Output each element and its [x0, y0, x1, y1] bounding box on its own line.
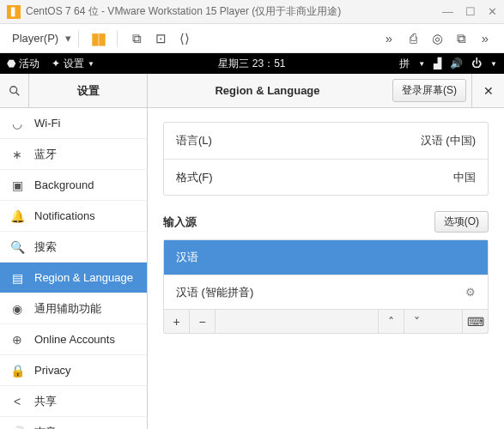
move-up-button[interactable]: ˄ [378, 310, 404, 333]
options-button[interactable]: 选项(O) [434, 211, 489, 233]
sidebar-item-label: 通用辅助功能 [34, 301, 101, 317]
remove-input-button[interactable]: − [190, 310, 216, 333]
sidebar-item-share[interactable]: < 共享 [0, 386, 147, 417]
svg-line-1 [15, 92, 19, 95]
tool-icon-2[interactable]: ⊡ [151, 29, 170, 48]
sidebar-item-search[interactable]: 🔍 搜索 [0, 232, 147, 263]
sidebar-item-label: Notifications [34, 209, 95, 222]
format-row[interactable]: 格式(F) 中国 [164, 159, 488, 195]
search-icon: 🔍 [10, 240, 24, 254]
sidebar-item-region-language[interactable]: ▤ Region & Language [0, 263, 147, 293]
vmware-logo-icon: ▋ [7, 5, 21, 19]
sidebar-item-online-accounts[interactable]: ⊕ Online Accounts [0, 324, 147, 355]
cloud-icon: ⊕ [10, 333, 24, 347]
input-source-label: 汉语 [176, 250, 198, 265]
sidebar-item-notifications[interactable]: 🔔 Notifications [0, 201, 147, 232]
sidebar-item-privacy[interactable]: 🔒 Privacy [0, 355, 147, 386]
search-button[interactable] [0, 74, 29, 107]
sidebar-item-background[interactable]: ▣ Background [0, 170, 147, 201]
activities-icon: ⬣ [7, 57, 15, 69]
vmware-toolbar: Player(P) ▾ ▮▮ ⧉ ⊡ ⟨⟩ » ⎙ ◎ ⧉ » [0, 24, 504, 53]
format-value: 中国 [453, 170, 476, 185]
pause-icon[interactable]: ▮▮ [88, 29, 107, 48]
sidebar-item-label: Online Accounts [34, 333, 115, 346]
panel-title: Region & Language [148, 74, 387, 107]
power-status-icon[interactable]: ⏻ [471, 57, 482, 69]
close-icon[interactable]: ✕ [488, 5, 497, 18]
background-icon: ▣ [10, 178, 24, 192]
search-icon [9, 85, 21, 97]
settings-header: 设置 Region & Language 登录屏幕(S) ✕ [0, 74, 504, 108]
input-source-row[interactable]: 汉语 (智能拼音) ⚙ [164, 275, 488, 309]
vmware-title-bar: ▋ CentOS 7 64 位 - VMware Workstation 15 … [0, 0, 504, 24]
ime-indicator[interactable]: 拼 [399, 57, 410, 71]
bluetooth-icon: ∗ [10, 148, 24, 161]
language-value: 汉语 (中国) [421, 133, 476, 148]
sidebar-item-wifi[interactable]: ◡ Wi-Fi [0, 108, 147, 139]
gnome-top-bar: ⬣ 活动 ✦ 设置 ▼ 星期三 23：51 拼 ▼ ▟ 🔊 ⏻ ▼ [0, 53, 504, 74]
language-label: 语言(L) [176, 133, 421, 148]
maximize-icon[interactable]: ☐ [465, 5, 476, 18]
settings-title: 设置 [29, 74, 148, 107]
gear-icon[interactable]: ⚙ [465, 286, 476, 299]
input-sources-toolbar: + − ˄ ˅ ⌨ [163, 310, 489, 334]
move-down-button[interactable]: ˅ [404, 310, 429, 333]
sidebar-item-label: Region & Language [34, 271, 133, 284]
wifi-icon: ◡ [10, 117, 24, 130]
settings-body: ◡ Wi-Fi ∗ 蓝牙 ▣ Background 🔔 Notification… [0, 108, 504, 429]
svg-point-0 [9, 86, 16, 93]
sidebar-item-label: 搜索 [34, 239, 57, 255]
bell-icon: 🔔 [10, 209, 24, 223]
tool-icon-3[interactable]: ⟨⟩ [175, 29, 194, 48]
settings-sidebar: ◡ Wi-Fi ∗ 蓝牙 ▣ Background 🔔 Notification… [0, 108, 148, 429]
input-sources-header: 输入源 选项(O) [163, 211, 489, 233]
activities-button[interactable]: ⬣ 活动 [7, 57, 39, 71]
input-source-label: 汉语 (智能拼音) [176, 285, 253, 300]
volume-status-icon[interactable]: 🔊 [450, 57, 463, 69]
sidebar-item-label: Background [34, 178, 94, 191]
region-language-panel: 语言(L) 汉语 (中国) 格式(F) 中国 输入源 选项(O) 汉语 汉语 (… [148, 108, 504, 429]
sidebar-item-label: 共享 [34, 394, 57, 409]
sidebar-item-sound[interactable]: 🔊 声音 [0, 417, 147, 429]
sidebar-item-label: 蓝牙 [34, 147, 57, 162]
format-label: 格式(F) [176, 170, 453, 185]
share-icon: < [10, 395, 24, 408]
globe-icon: ▤ [10, 271, 24, 285]
network-icon[interactable]: ⧉ [452, 29, 471, 48]
close-panel-button[interactable]: ✕ [471, 74, 504, 107]
disc-icon[interactable]: ◎ [428, 29, 446, 48]
sidebar-item-label: Wi-Fi [34, 117, 60, 130]
lock-icon: 🔒 [10, 364, 24, 378]
app-menu[interactable]: ✦ 设置 ▼ [52, 57, 94, 71]
sidebar-item-label: Privacy [34, 364, 71, 377]
input-source-row[interactable]: 汉语 [164, 240, 488, 275]
language-row[interactable]: 语言(L) 汉语 (中国) [164, 123, 488, 159]
add-input-button[interactable]: + [164, 310, 190, 333]
tool-icon-1[interactable]: ⧉ [127, 29, 146, 48]
accessibility-icon: ◉ [10, 302, 24, 316]
login-screen-button[interactable]: 登录屏幕(S) [392, 79, 466, 102]
keyboard-layout-button[interactable]: ⌨ [462, 310, 488, 333]
network-status-icon[interactable]: ▟ [434, 57, 441, 69]
minimize-icon[interactable]: — [442, 5, 453, 18]
clock[interactable]: 星期三 23：51 [218, 57, 285, 71]
chevron-icon[interactable]: » [476, 29, 495, 48]
input-sources-list: 汉语 汉语 (智能拼音) ⚙ [163, 239, 489, 310]
wrench-icon: ✦ [52, 57, 60, 69]
vmware-window-title: CentOS 7 64 位 - VMware Workstation 15 Pl… [26, 4, 442, 19]
sidebar-item-accessibility[interactable]: ◉ 通用辅助功能 [0, 293, 147, 324]
sidebar-item-label: 声音 [34, 425, 57, 430]
sound-icon: 🔊 [10, 426, 24, 430]
tool-icon-right-1[interactable]: » [380, 29, 398, 48]
language-format-card: 语言(L) 汉语 (中国) 格式(F) 中国 [163, 122, 489, 196]
sidebar-item-bluetooth[interactable]: ∗ 蓝牙 [0, 139, 147, 170]
input-sources-title: 输入源 [163, 214, 434, 230]
player-menu[interactable]: Player(P) [7, 29, 64, 47]
printer-icon[interactable]: ⎙ [404, 29, 422, 48]
